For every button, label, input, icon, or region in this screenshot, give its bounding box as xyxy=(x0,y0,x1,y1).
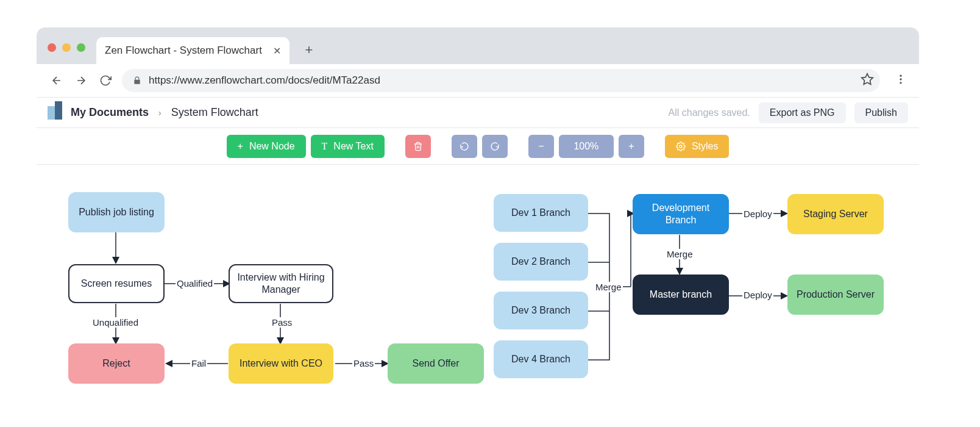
node-send-offer[interactable]: Send Offer xyxy=(388,343,484,384)
bookmark-star-icon[interactable] xyxy=(861,73,874,88)
breadcrumb: My Documents › System Flowchart xyxy=(71,106,258,119)
browser-window: Zen Flowchart - System Flowchart ✕ + htt… xyxy=(37,27,919,427)
breadcrumb-current: System Flowchart xyxy=(171,106,258,119)
undo-button[interactable] xyxy=(452,135,477,158)
browser-menu-icon[interactable] xyxy=(895,73,907,88)
breadcrumb-root[interactable]: My Documents xyxy=(71,106,149,119)
edge-merge2: Merge xyxy=(666,249,694,259)
node-dev-branch[interactable]: Development Branch xyxy=(633,194,729,234)
new-tab-button[interactable]: + xyxy=(297,42,321,58)
app-header: My Documents › System Flowchart All chan… xyxy=(37,98,919,128)
export-png-button[interactable]: Export as PNG xyxy=(759,102,846,123)
redo-button[interactable] xyxy=(482,135,508,158)
url-text: https://www.zenflowchart.com/docs/edit/M… xyxy=(149,74,380,87)
text-icon: T xyxy=(322,141,328,152)
node-interview-ceo[interactable]: Interview with CEO xyxy=(229,343,333,384)
address-bar-row: https://www.zenflowchart.com/docs/edit/M… xyxy=(37,64,919,98)
zoom-out-button[interactable]: − xyxy=(528,135,554,158)
edge-qualified: Qualified xyxy=(176,278,214,289)
styles-label: Styles xyxy=(692,141,719,152)
forward-button[interactable] xyxy=(73,74,89,87)
gear-icon xyxy=(676,142,686,151)
zoom-level[interactable]: 100% xyxy=(559,135,614,158)
minimize-window-button[interactable] xyxy=(62,43,71,52)
edge-merge: Merge xyxy=(594,282,623,292)
svg-marker-0 xyxy=(862,74,873,84)
toolbar: + New Node T New Text − 100% + xyxy=(37,128,919,165)
edge-pass2: Pass xyxy=(352,358,375,368)
node-dev2[interactable]: Dev 2 Branch xyxy=(494,243,588,281)
node-reject[interactable]: Reject xyxy=(68,343,165,384)
styles-button[interactable]: Styles xyxy=(665,135,730,158)
svg-point-4 xyxy=(680,145,682,148)
new-text-button[interactable]: T New Text xyxy=(311,135,385,158)
traffic-lights xyxy=(37,43,96,64)
close-tab-icon[interactable]: ✕ xyxy=(273,45,281,57)
node-interview-hm[interactable]: Interview with Hiring Manager xyxy=(229,264,333,303)
address-bar[interactable]: https://www.zenflowchart.com/docs/edit/M… xyxy=(122,69,880,92)
edge-fail: Fail xyxy=(190,358,207,368)
undo-icon xyxy=(460,142,469,151)
save-status: All changes saved. xyxy=(669,107,750,118)
node-master[interactable]: Master branch xyxy=(633,274,729,315)
new-node-label: New Node xyxy=(249,141,295,152)
flowchart-edges xyxy=(37,165,919,427)
node-publish-job[interactable]: Publish job listing xyxy=(68,192,165,232)
edge-deploy: Deploy xyxy=(742,209,773,219)
zoom-in-button[interactable]: + xyxy=(619,135,644,158)
tab-strip: Zen Flowchart - System Flowchart ✕ + xyxy=(37,27,919,64)
redo-icon xyxy=(490,142,500,151)
svg-point-3 xyxy=(900,82,901,84)
chevron-right-icon: › xyxy=(158,108,162,118)
tab-title: Zen Flowchart - System Flowchart xyxy=(105,45,262,57)
node-dev1[interactable]: Dev 1 Branch xyxy=(494,194,588,232)
new-text-label: New Text xyxy=(333,141,374,152)
minus-icon: − xyxy=(538,141,544,152)
reload-button[interactable] xyxy=(98,74,113,87)
back-button[interactable] xyxy=(49,74,65,87)
svg-point-2 xyxy=(900,78,901,80)
edge-deploy2: Deploy xyxy=(742,290,773,300)
node-dev3[interactable]: Dev 3 Branch xyxy=(494,292,588,329)
new-node-button[interactable]: + New Node xyxy=(227,135,306,158)
browser-tab[interactable]: Zen Flowchart - System Flowchart ✕ xyxy=(96,37,289,64)
maximize-window-button[interactable] xyxy=(77,43,85,52)
node-production[interactable]: Production Server xyxy=(787,274,884,315)
delete-button[interactable] xyxy=(405,135,431,158)
trash-icon xyxy=(413,142,423,151)
svg-point-1 xyxy=(900,75,901,77)
node-screen-resumes[interactable]: Screen resumes xyxy=(68,264,165,303)
edge-unqualified: Unqualified xyxy=(91,317,140,328)
app-logo[interactable] xyxy=(48,106,62,120)
publish-button[interactable]: Publish xyxy=(854,102,908,123)
lock-icon xyxy=(133,76,141,85)
edge-pass: Pass xyxy=(271,317,293,328)
node-staging[interactable]: Staging Server xyxy=(787,194,884,234)
close-window-button[interactable] xyxy=(48,43,56,52)
plus-icon: + xyxy=(238,141,243,152)
plus-icon: + xyxy=(628,141,634,152)
node-dev4[interactable]: Dev 4 Branch xyxy=(494,340,588,378)
flowchart-canvas[interactable]: Publish job listing Screen resumes Inter… xyxy=(37,165,919,427)
